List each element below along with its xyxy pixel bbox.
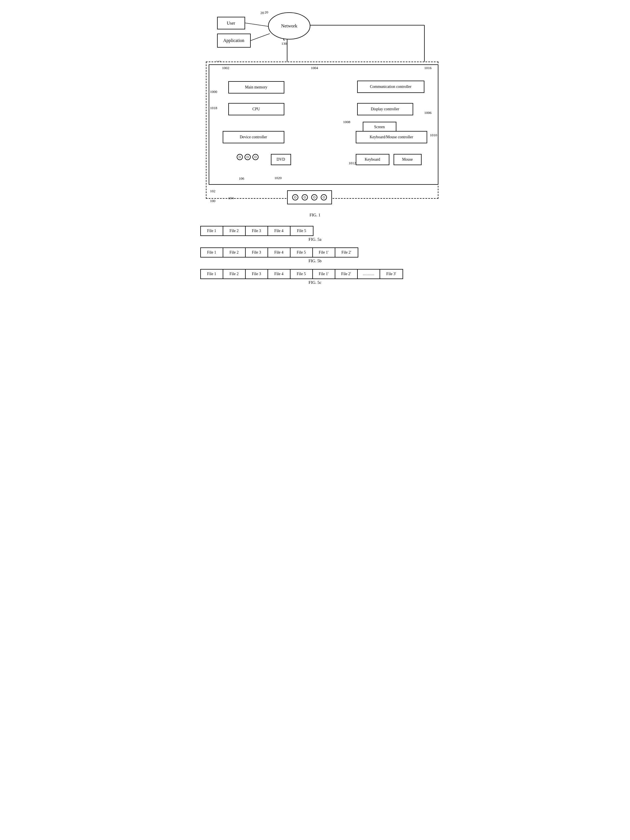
fig5b-caption: FIG. 5b: [200, 259, 430, 264]
network-ellipse: Network: [268, 11, 311, 41]
fig5c-section: File 1File 2File 3File 4File 5File 1'Fil…: [200, 269, 430, 285]
file-cell: File 3': [380, 270, 402, 278]
mouse-box: Mouse: [394, 154, 422, 165]
disk-icon-1: [237, 154, 243, 160]
fig5a-caption: FIG. 5a: [200, 237, 430, 242]
cpu-box: CPU: [228, 103, 284, 115]
file-cell: File 1: [201, 270, 223, 278]
device-controller-box: Device controller: [223, 131, 284, 143]
display-controller-box: Display controller: [357, 103, 413, 115]
disk-icon-3: [252, 154, 258, 160]
svg-text:Network: Network: [281, 23, 298, 28]
file-cell: ………: [358, 270, 380, 278]
communication-controller-box: Communication controller: [357, 81, 424, 93]
disk-icon-2: [245, 154, 251, 160]
ref1000-label: 1000: [210, 90, 217, 94]
ref1006-label: 1006: [424, 111, 432, 115]
ref1008-label: 1008: [343, 120, 350, 124]
file-cell: File 2: [223, 270, 246, 278]
svg-line-3: [251, 33, 270, 41]
external-storage-box: [287, 190, 332, 204]
file-cell: File 2': [335, 270, 358, 278]
ref1012-label: 1012: [349, 161, 356, 166]
svg-line-2: [245, 23, 270, 27]
fig5c-caption: FIG. 5c: [200, 280, 430, 285]
ref104-label: 104: [228, 196, 234, 201]
ext-disk-4: [321, 194, 327, 201]
file-cell: File 3: [246, 248, 268, 257]
file-cell: File 2: [223, 226, 246, 235]
file-cell: File 3: [246, 270, 268, 278]
dvd-box: DVD: [271, 154, 291, 165]
file-cell: File 1: [201, 226, 223, 235]
ref1010-label: 1010: [430, 133, 437, 137]
fig5b-section: File 1File 2File 3File 4File 5File 1'Fil…: [200, 248, 430, 264]
fig5b-row: File 1File 2File 3File 4File 5File 1'Fil…: [200, 248, 358, 257]
file-cell: File 1': [313, 248, 335, 257]
fig1-caption: FIG. 1: [200, 213, 430, 218]
ref1020-label: 1020: [274, 176, 282, 180]
label-ref20: 20: [261, 11, 264, 15]
file-cell: File 4: [268, 248, 290, 257]
file-cell: File 1: [201, 248, 223, 257]
ref1016-label: 1016: [424, 66, 432, 70]
ref1018-label: 1018: [210, 106, 217, 110]
ref100-label: 100: [210, 199, 216, 203]
file-cell: File 5: [290, 226, 313, 235]
ref130-label: 130: [282, 41, 287, 46]
file-cell: File 5: [290, 248, 313, 257]
file-cell: File 2: [223, 248, 246, 257]
fig1-diagram: 20 User Application Network 20 130 110 1…: [200, 8, 441, 210]
file-cell: File 2': [335, 248, 358, 257]
main-memory-box: Main memory: [228, 81, 284, 93]
ref106-label: 106: [239, 176, 245, 181]
application-box: Application: [217, 33, 251, 47]
user-box: User: [217, 17, 245, 29]
fig5c-row: File 1File 2File 3File 4File 5File 1'Fil…: [200, 269, 403, 279]
file-cell: File 3: [246, 226, 268, 235]
ext-disk-3: [311, 194, 317, 201]
keyboard-mouse-controller-box: Keyboard/Mouse controller: [356, 131, 427, 143]
file-cell: File 4: [268, 226, 290, 235]
disk-group: [237, 154, 258, 160]
ext-disk-1: [292, 194, 298, 201]
fig5a-row: File 1File 2File 3File 4File 5: [200, 226, 313, 236]
file-cell: File 4: [268, 270, 290, 278]
ref1002-label: 1002: [222, 66, 230, 70]
keyboard-box: Keyboard: [356, 154, 389, 165]
file-cell: File 1': [313, 270, 335, 278]
ref1004-label: 1004: [311, 66, 318, 70]
file-cell: File 5: [290, 270, 313, 278]
ref102-label: 102: [210, 189, 216, 193]
fig5a-section: File 1File 2File 3File 4File 5 FIG. 5a: [200, 226, 430, 242]
ext-disk-2: [302, 194, 308, 201]
ref20-label: 20: [265, 10, 268, 14]
